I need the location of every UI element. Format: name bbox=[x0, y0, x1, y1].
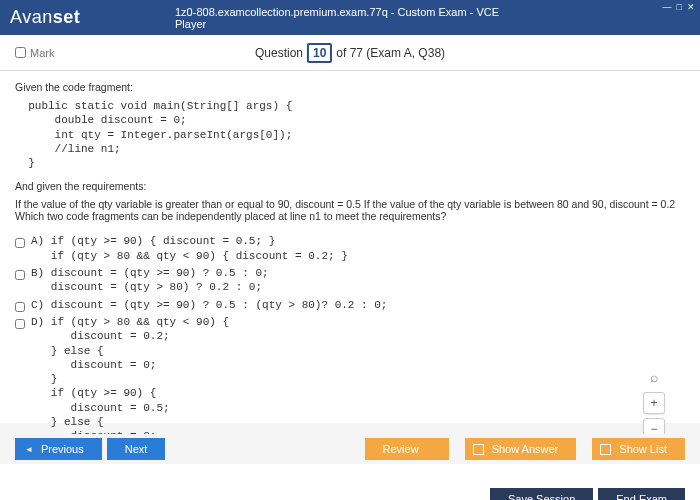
option-b-code: B) discount = (qty >= 90) ? 0.5 : 0; dis… bbox=[31, 266, 269, 295]
zoom-controls: ⌕ + − bbox=[643, 366, 665, 440]
option-c-code: C) discount = (qty >= 90) ? 0.5 : (qty >… bbox=[31, 298, 387, 312]
mark-checkbox-area[interactable]: Mark bbox=[15, 47, 54, 59]
minimize-icon[interactable]: — bbox=[663, 2, 672, 12]
question-number: 10 bbox=[307, 43, 332, 63]
option-d-checkbox[interactable] bbox=[15, 319, 25, 329]
maximize-icon[interactable]: □ bbox=[677, 2, 682, 12]
window-controls: — □ ✕ bbox=[663, 2, 695, 12]
show-answer-button[interactable]: Show Answer bbox=[465, 438, 577, 460]
show-list-button[interactable]: Show List bbox=[592, 438, 685, 460]
window-title: 1z0-808.examcollection.premium.exam.77q … bbox=[175, 6, 525, 30]
option-a[interactable]: A) if (qty >= 90) { discount = 0.5; } if… bbox=[15, 234, 685, 263]
zoom-reset-button[interactable]: ⌕ bbox=[643, 366, 665, 388]
zoom-in-button[interactable]: + bbox=[643, 392, 665, 414]
magnifier-icon: ⌕ bbox=[650, 369, 658, 385]
option-d[interactable]: D) if (qty > 80 && qty < 90) { discount … bbox=[15, 315, 685, 444]
bottom-toolbar: Previous Next Review Show Answer Show Li… bbox=[0, 434, 700, 464]
previous-button[interactable]: Previous bbox=[15, 438, 102, 460]
requirements-heading: And given the requirements: bbox=[15, 180, 685, 192]
end-exam-button[interactable]: End Exam bbox=[598, 488, 685, 500]
app-logo: Avanset bbox=[10, 7, 80, 28]
mark-label: Mark bbox=[30, 47, 54, 59]
code-fragment: public static void main(String[] args) {… bbox=[15, 99, 685, 170]
option-c-checkbox[interactable] bbox=[15, 302, 25, 312]
option-d-code: D) if (qty > 80 && qty < 90) { discount … bbox=[31, 315, 229, 444]
question-content: Given the code fragment: public static v… bbox=[0, 71, 700, 456]
mark-checkbox[interactable] bbox=[15, 47, 26, 58]
title-bar: Avanset 1z0-808.examcollection.premium.e… bbox=[0, 0, 700, 35]
question-counter: Question 10 of 77 (Exam A, Q38) bbox=[255, 43, 445, 63]
requirements-text: If the value of the qty variable is grea… bbox=[15, 198, 685, 222]
option-b[interactable]: B) discount = (qty >= 90) ? 0.5 : 0; dis… bbox=[15, 266, 685, 295]
review-button[interactable]: Review bbox=[365, 438, 449, 460]
close-icon[interactable]: ✕ bbox=[687, 2, 695, 12]
question-bar: Mark Question 10 of 77 (Exam A, Q38) bbox=[0, 35, 700, 71]
next-button[interactable]: Next bbox=[107, 438, 166, 460]
option-b-checkbox[interactable] bbox=[15, 270, 25, 280]
option-c[interactable]: C) discount = (qty >= 90) ? 0.5 : (qty >… bbox=[15, 298, 685, 312]
option-a-code: A) if (qty >= 90) { discount = 0.5; } if… bbox=[31, 234, 348, 263]
option-a-checkbox[interactable] bbox=[15, 238, 25, 248]
save-session-button[interactable]: Save Session bbox=[490, 488, 593, 500]
given-text: Given the code fragment: bbox=[15, 81, 685, 93]
